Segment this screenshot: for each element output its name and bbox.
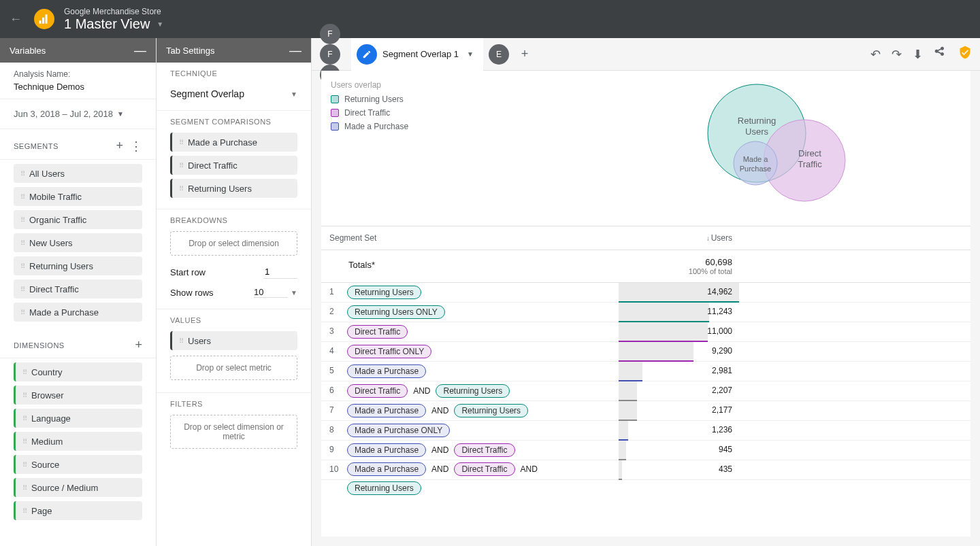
minimize-icon[interactable]: — bbox=[289, 44, 301, 58]
value-chip[interactable]: ⠿Users bbox=[170, 331, 297, 350]
drag-handle-icon: ⠿ bbox=[20, 170, 24, 177]
download-icon[interactable]: ⬇ bbox=[913, 47, 923, 62]
drag-handle-icon: ⠿ bbox=[179, 337, 182, 345]
drag-handle-icon: ⠿ bbox=[22, 484, 26, 492]
drag-handle-icon: ⠿ bbox=[20, 193, 24, 201]
minimize-icon[interactable]: — bbox=[134, 44, 146, 58]
add-segment-icon[interactable]: + bbox=[116, 139, 123, 154]
more-vert-icon[interactable]: ⋮ bbox=[130, 139, 142, 154]
shield-check-icon[interactable] bbox=[958, 46, 972, 63]
segment-pill: Returning Users ONLY bbox=[347, 305, 445, 319]
segment-pill: Returning Users bbox=[454, 404, 528, 417]
dimensions-section-header: DIMENSIONS + bbox=[0, 328, 156, 358]
sort-down-icon: ↓ bbox=[706, 235, 710, 242]
segment-chip[interactable]: ⠿New Users bbox=[14, 233, 142, 252]
dimension-chip[interactable]: ⠿Page bbox=[14, 501, 142, 520]
segment-comparison-chip[interactable]: ⠿Direct Traffic bbox=[170, 156, 297, 175]
analysis-name-section: Analysis Name: Technique Demos bbox=[0, 63, 156, 99]
table-row: 3 Direct Traffic 11,000 bbox=[321, 322, 970, 342]
drag-handle-icon: ⠿ bbox=[179, 162, 182, 169]
segment-pill: Made a Purchase ONLY bbox=[347, 424, 450, 437]
chevron-down-icon: ▼ bbox=[291, 90, 297, 98]
active-tab[interactable]: Segment Overlap 1 ▼ bbox=[351, 38, 483, 71]
chevron-down-icon: ▼ bbox=[157, 20, 163, 28]
segment-chip[interactable]: ⠿Returning Users bbox=[14, 256, 142, 275]
legend-item: Returning Users bbox=[331, 92, 408, 106]
share-icon[interactable] bbox=[934, 46, 947, 63]
date-range-picker[interactable]: Jun 3, 2018 – Jul 2, 2018 ▼ bbox=[0, 99, 156, 129]
drag-handle-icon: ⠿ bbox=[20, 216, 24, 224]
segment-chip[interactable]: ⠿All Users bbox=[14, 164, 142, 183]
mini-tab[interactable]: E bbox=[489, 44, 509, 65]
segment-chip[interactable]: ⠿Direct Traffic bbox=[14, 279, 142, 298]
totals-row: Totals* 60,698 100% of total bbox=[321, 250, 970, 283]
drag-handle-icon: ⠿ bbox=[20, 309, 24, 316]
mini-tab[interactable]: F bbox=[320, 24, 340, 44]
show-rows-select[interactable]: 10 bbox=[254, 287, 288, 298]
segment-chip[interactable]: ⠿Made a Purchase bbox=[14, 303, 142, 322]
segment-pill: Made a Purchase bbox=[347, 404, 426, 417]
analysis-name[interactable]: Technique Demos bbox=[14, 82, 142, 92]
venn-diagram: Returning Users Direct Traffic Made a Pu… bbox=[675, 80, 852, 216]
drag-handle-icon: ⠿ bbox=[22, 415, 26, 422]
variables-panel: Variables — Analysis Name: Technique Dem… bbox=[0, 38, 157, 546]
start-row-input[interactable] bbox=[263, 265, 297, 279]
segment-comparison-chip[interactable]: ⠿Returning Users bbox=[170, 179, 297, 198]
add-dimension-icon[interactable]: + bbox=[135, 338, 142, 352]
drag-handle-icon: ⠿ bbox=[20, 262, 24, 270]
legend-item: Made a Purchase bbox=[331, 120, 408, 133]
undo-icon[interactable]: ↶ bbox=[870, 47, 881, 62]
svg-text:Returning: Returning bbox=[738, 116, 776, 126]
redo-icon[interactable]: ↷ bbox=[892, 47, 902, 62]
segment-chip[interactable]: ⠿Mobile Traffic bbox=[14, 187, 142, 206]
canvas: Users overlap Returning UsersDirect Traf… bbox=[321, 71, 970, 536]
table-row: 2 Returning Users ONLY 11,243 bbox=[321, 303, 970, 322]
dimensions-list: ⠿Country⠿Browser⠿Language⠿Medium⠿Source⠿… bbox=[0, 362, 156, 520]
tab-settings-header: Tab Settings — bbox=[157, 38, 311, 63]
dimension-chip[interactable]: ⠿Browser bbox=[14, 386, 142, 405]
segments-list: ⠿All Users⠿Mobile Traffic⠿Organic Traffi… bbox=[0, 164, 156, 322]
back-arrow-icon[interactable]: ← bbox=[10, 12, 22, 27]
technique-selector[interactable]: Segment Overlap ▼ bbox=[170, 84, 297, 103]
segment-pill: Returning Users bbox=[436, 384, 510, 398]
mini-tab[interactable]: F bbox=[320, 44, 340, 65]
drag-handle-icon: ⠿ bbox=[22, 392, 26, 399]
tabs-bar: FFE Segment Overlap 1 ▼ E + ↶ ↷ ⬇ bbox=[312, 38, 980, 71]
variables-header: Variables — bbox=[0, 38, 156, 63]
dimension-chip[interactable]: ⠿Country bbox=[14, 362, 142, 381]
drag-handle-icon: ⠿ bbox=[179, 139, 182, 146]
svg-point-2 bbox=[734, 141, 777, 185]
dimension-chip[interactable]: ⠿Language bbox=[14, 409, 142, 428]
users-column-header[interactable]: ↓Users bbox=[619, 226, 970, 250]
drag-handle-icon: ⠿ bbox=[22, 369, 26, 376]
content-area: FFE Segment Overlap 1 ▼ E + ↶ ↷ ⬇ bbox=[312, 38, 980, 546]
dimension-chip[interactable]: ⠿Source bbox=[14, 455, 142, 474]
segment-comparison-chip[interactable]: ⠿Made a Purchase bbox=[170, 133, 297, 152]
legend-item: Direct Traffic bbox=[331, 106, 408, 120]
table-row: 6 Direct TrafficANDReturning Users 2,207 bbox=[321, 381, 970, 401]
legend-swatch-icon bbox=[331, 122, 339, 131]
chevron-down-icon: ▼ bbox=[467, 50, 474, 58]
segment-pill: Made a Purchase bbox=[347, 364, 426, 378]
segment-chip[interactable]: ⠿Organic Traffic bbox=[14, 210, 142, 229]
drag-handle-icon: ⠿ bbox=[20, 286, 24, 293]
svg-text:Purchase: Purchase bbox=[740, 165, 771, 173]
svg-text:Direct: Direct bbox=[798, 148, 821, 158]
dimension-chip[interactable]: ⠿Medium bbox=[14, 432, 142, 451]
view-selector[interactable]: 1 Master View ▼ bbox=[64, 16, 163, 32]
filters-dropzone[interactable]: Drop or select dimension or metric bbox=[170, 415, 297, 449]
table-header: Segment Set ↓Users bbox=[321, 226, 970, 250]
breakdowns-dropzone[interactable]: Drop or select dimension bbox=[170, 231, 297, 256]
segment-pill: Direct Traffic bbox=[347, 325, 408, 339]
add-tab-button[interactable]: + bbox=[514, 44, 535, 65]
segment-pill: Returning Users bbox=[347, 481, 421, 495]
chevron-down-icon: ▼ bbox=[117, 110, 124, 118]
legend-swatch-icon bbox=[331, 109, 339, 117]
dimension-chip[interactable]: ⠿Source / Medium bbox=[14, 478, 142, 497]
values-dropzone[interactable]: Drop or select metric bbox=[170, 356, 297, 380]
drag-handle-icon: ⠿ bbox=[22, 461, 26, 468]
svg-text:Users: Users bbox=[745, 126, 768, 137]
table-row: 8 Made a Purchase ONLY 1,236 bbox=[321, 421, 970, 441]
chevron-down-icon: ▼ bbox=[291, 289, 297, 296]
table-row: 1 Returning Users 14,962 bbox=[321, 283, 970, 303]
